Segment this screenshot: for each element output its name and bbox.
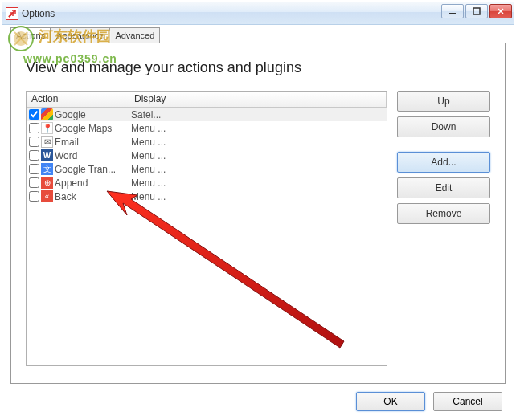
back-icon: «: [41, 190, 53, 202]
header-display[interactable]: Display: [129, 92, 387, 107]
table-row[interactable]: ⊕AppendMenu ...: [27, 176, 387, 190]
svg-rect-0: [449, 13, 456, 14]
row-checkbox[interactable]: [29, 191, 39, 202]
action-label: Google: [55, 109, 86, 120]
side-buttons: Up Down Add... Edit Remove: [397, 91, 490, 366]
action-label: Google Maps: [55, 123, 112, 134]
close-button[interactable]: [489, 4, 512, 18]
down-button[interactable]: Down: [397, 116, 490, 137]
word-icon: W: [41, 149, 53, 161]
dialog-footer: OK Cancel: [356, 392, 502, 411]
action-label: Back: [55, 191, 76, 202]
actions-list: Action Display GoogleSatel...📍Google Map…: [26, 91, 387, 366]
google-icon: [41, 108, 53, 120]
gmaps-icon: 📍: [41, 122, 53, 134]
table-row[interactable]: GoogleSatel...: [27, 108, 387, 121]
titlebar: Options: [2, 2, 514, 25]
email-icon: ✉: [41, 136, 53, 148]
svg-rect-1: [473, 8, 480, 14]
remove-button[interactable]: Remove: [397, 203, 490, 224]
display-label: Menu ...: [129, 137, 166, 148]
add-button[interactable]: Add...: [397, 152, 490, 173]
row-checkbox[interactable]: [29, 150, 39, 161]
table-row[interactable]: WWordMenu ...: [27, 149, 387, 162]
row-checkbox[interactable]: [29, 109, 39, 120]
tab-bar: Actions Appearance Advanced: [10, 27, 160, 43]
tab-appearance[interactable]: Appearance: [51, 27, 109, 43]
header-action[interactable]: Action: [27, 92, 129, 107]
list-header: Action Display: [27, 92, 387, 108]
display-label: Menu ...: [129, 164, 166, 175]
row-checkbox[interactable]: [29, 123, 39, 133]
up-button[interactable]: Up: [397, 91, 490, 112]
table-row[interactable]: ✉EmailMenu ...: [27, 135, 387, 149]
content-panel: View and manage your actions and plugins…: [10, 43, 506, 384]
append-icon: ⊕: [41, 177, 53, 189]
ok-button[interactable]: OK: [356, 392, 425, 411]
tab-advanced[interactable]: Advanced: [109, 27, 160, 43]
action-label: Google Tran...: [55, 164, 116, 175]
main-area: Action Display GoogleSatel...📍Google Map…: [26, 91, 490, 366]
display-label: Menu ...: [129, 150, 166, 161]
row-checkbox[interactable]: [29, 137, 39, 147]
list-body: GoogleSatel...📍Google MapsMenu ...✉Email…: [27, 108, 387, 203]
window-title: Options: [22, 8, 55, 19]
display-label: Menu ...: [129, 123, 166, 134]
gtran-icon: 文: [41, 163, 53, 175]
action-label: Word: [55, 150, 77, 161]
table-row[interactable]: 📍Google MapsMenu ...: [27, 121, 387, 135]
edit-button[interactable]: Edit: [397, 177, 490, 198]
table-row[interactable]: 文Google Tran...Menu ...: [27, 162, 387, 176]
row-checkbox[interactable]: [29, 164, 39, 174]
action-label: Email: [55, 137, 79, 148]
options-window: Options 河东软件园 www.pc0359.cn Actions Appe…: [2, 2, 514, 418]
minimize-button[interactable]: [441, 4, 464, 18]
page-heading: View and manage your actions and plugins: [26, 59, 490, 76]
display-label: Menu ...: [129, 191, 166, 202]
table-row[interactable]: «BackMenu ...: [27, 190, 387, 203]
window-controls: [441, 4, 512, 18]
app-icon: [6, 7, 18, 20]
row-checkbox[interactable]: [29, 177, 39, 188]
action-label: Append: [55, 177, 88, 189]
maximize-button[interactable]: [465, 4, 488, 18]
display-label: Satel...: [129, 109, 161, 120]
tab-actions[interactable]: Actions: [10, 27, 51, 43]
display-label: Menu ...: [129, 177, 166, 189]
cancel-button[interactable]: Cancel: [433, 392, 502, 411]
